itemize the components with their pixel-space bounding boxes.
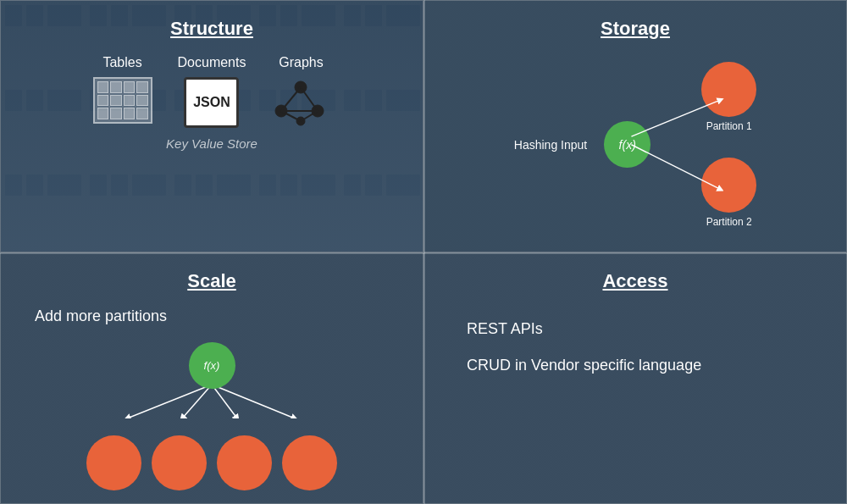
scale-bottom-circles [86,435,337,490]
scale-circle-4 [282,435,337,490]
main-grid: Structure Tables Documents JSON [0,0,847,504]
json-icon: JSON [184,77,239,128]
tables-label: Tables [102,55,141,70]
structure-title: Structure [170,18,253,40]
structure-content: Structure Tables Documents JSON [1,1,423,252]
scale-circle-1 [86,435,141,490]
scale-circle-3 [217,435,272,490]
partition-1-circle [701,62,756,117]
svg-line-4 [281,87,301,111]
partitions-container: Partition 1 Partition 2 [701,62,756,228]
structure-quadrant: Structure Tables Documents JSON [0,0,424,252]
svg-line-5 [301,87,318,111]
documents-item: Documents JSON [178,55,246,128]
svg-line-11 [127,385,212,418]
partition-1-item: Partition 1 [701,62,756,132]
storage-content: Storage Hashing Input f(x) [424,1,846,252]
scale-func-label: f(x) [204,359,220,372]
access-quadrant: Access REST APIs CRUD in Vendor specific… [424,252,847,505]
table-icon [93,77,152,124]
hashing-input-label: Hashing Input [514,138,587,152]
storage-quadrant: Storage Hashing Input f(x) [424,0,847,252]
svg-line-12 [182,385,212,418]
storage-title: Storage [601,18,670,40]
tables-item: Tables [93,55,152,124]
scale-description: Add more partitions [18,307,167,325]
scale-title: Scale [187,270,236,292]
scale-content: Scale Add more partitions f(x) [1,253,423,504]
hash-function-circle: f(x) [604,121,650,168]
partition-2-label: Partition 2 [706,216,752,228]
graphs-label: Graphs [279,55,323,70]
partition-1-label: Partition 1 [706,120,752,132]
hash-func-label: f(x) [619,138,636,152]
horizontal-divider [0,252,847,254]
partition-2-item: Partition 2 [701,158,756,228]
graphs-item: Graphs [271,55,330,128]
documents-label: Documents [178,55,246,70]
access-content: Access REST APIs CRUD in Vendor specific… [424,253,846,504]
scale-circle-2 [152,435,207,490]
structure-items: Tables Documents JSON Graphs [18,55,406,128]
access-items: REST APIs CRUD in Vendor specific langua… [441,320,829,393]
access-item-crud: CRUD in Vendor specific language [467,357,829,374]
key-value-label: Key Value Store [166,136,257,151]
access-item-rest: REST APIs [467,320,829,338]
graph-icon [271,77,330,128]
partition-2-circle [701,158,756,213]
scale-func-circle: f(x) [189,342,235,389]
scale-diagram: f(x) [18,342,406,490]
scale-quadrant: Scale Add more partitions f(x) [0,252,424,505]
access-title: Access [602,270,667,292]
